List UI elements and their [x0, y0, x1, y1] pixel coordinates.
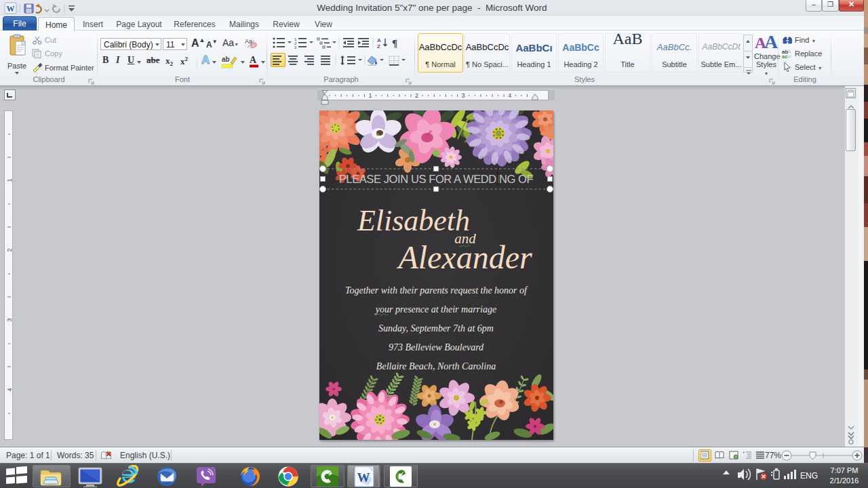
svg-text:your presence at their marr: your presence at their marriage	[374, 304, 496, 314]
svg-text:ab: ab	[222, 56, 230, 63]
svg-text:3: 3	[6, 318, 13, 321]
svg-text:Alexander: Alexander	[396, 239, 532, 275]
svg-text:1: 1	[6, 178, 13, 182]
svg-text:2: 2	[6, 248, 13, 251]
svg-text:W: W	[357, 470, 370, 485]
svg-text:4: 4	[6, 388, 13, 391]
svg-text:A: A	[377, 37, 381, 43]
svg-text:Together with their parents r: Together with their parents request the …	[345, 285, 528, 296]
svg-text:ac: ac	[782, 54, 788, 58]
svg-text:Bellaire Beach, North Carol: Bellaire Beach, North Carolina	[376, 361, 496, 371]
svg-text:A: A	[250, 55, 257, 65]
svg-text:Elisabeth: Elisabeth	[357, 204, 470, 237]
svg-text:Z: Z	[377, 43, 380, 49]
svg-text:1: 1	[368, 92, 372, 99]
svg-text:¶: ¶	[392, 38, 397, 49]
svg-text:2: 2	[415, 92, 418, 99]
svg-text:Sunday, September 7th at 6: Sunday, September 7th at 6pm	[378, 323, 494, 333]
svg-text:3: 3	[462, 92, 465, 99]
svg-text:W: W	[7, 4, 15, 14]
svg-text:3: 3	[294, 45, 297, 49]
svg-text:PLEASE JOIN US FOR A WEDDING O: PLEASE JOIN US FOR A WEDDING OF	[339, 173, 534, 185]
svg-text:4: 4	[508, 92, 511, 99]
svg-text:973 Belleview Boulevard: 973 Belleview Boulevard	[389, 342, 484, 352]
